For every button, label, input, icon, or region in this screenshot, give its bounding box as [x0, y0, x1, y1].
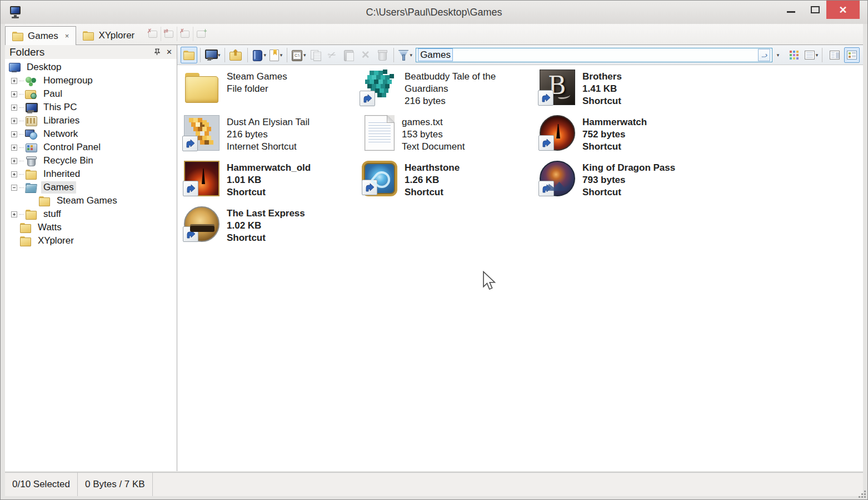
catalog-button[interactable]: ▾ [251, 47, 268, 63]
collapse-minus-icon[interactable] [11, 185, 17, 191]
expand-plus-icon[interactable] [11, 91, 17, 97]
tree-item-libraries[interactable]: Libraries [5, 114, 177, 127]
expand-plus-icon[interactable] [11, 105, 17, 111]
file-tile-dust[interactable]: Dust An Elysian Tail 216 bytes Internet … [184, 114, 362, 160]
push-pin-icon[interactable] [154, 48, 161, 56]
recycle-bin-icon [378, 49, 387, 60]
file-tile-steam-games[interactable]: Steam Games File folder [184, 68, 362, 114]
go-button[interactable]: ...› [758, 49, 770, 61]
file-tile-hammerwatch[interactable]: Hammerwatch 752 bytes Shortcut [540, 114, 717, 160]
tab-page-red-mark-icon[interactable] [144, 27, 161, 41]
file-name: Hammerwatch [582, 116, 647, 128]
expand-plus-icon[interactable] [11, 211, 17, 217]
file-name: Brothers [582, 71, 622, 83]
dust-pixel-icon [184, 115, 220, 151]
delete-x-icon: ✕ [361, 48, 370, 61]
file-tile-the-last-express[interactable]: The Last Express 1.02 KB Shortcut [184, 205, 362, 251]
copy-button[interactable] [307, 47, 324, 63]
tree-item-steam-games[interactable]: Steam Games [5, 194, 177, 207]
app-monitor-icon[interactable] [9, 6, 22, 19]
tab-close-icon[interactable]: × [65, 32, 69, 40]
tree-item-recycle-bin[interactable]: Recycle Bin [5, 154, 177, 167]
tree-item-games[interactable]: Games [5, 181, 177, 194]
folder-icon [19, 222, 32, 233]
hammerwatch-sunset-icon [540, 115, 575, 151]
expand-plus-icon[interactable] [11, 118, 17, 124]
file-tile-brothers[interactable]: Brothers 1.41 KB Shortcut [540, 68, 717, 114]
tiles-view-button[interactable] [844, 47, 860, 63]
tree-item-network[interactable]: Network [5, 127, 177, 141]
status-bar: 0/10 Selected 0 Bytes / 7 KB [5, 472, 863, 496]
icons-view-button[interactable] [786, 47, 802, 63]
clipboard-path-icon [291, 49, 302, 61]
columns-view-button[interactable] [827, 47, 842, 63]
address-dropdown-button[interactable]: ▾ [772, 48, 782, 62]
color-grid-icon [790, 51, 799, 60]
tab-page-red-arrows-icon[interactable] [161, 27, 177, 41]
tab-xyplorer[interactable]: XYplorer [76, 26, 141, 44]
file-type: Shortcut [582, 186, 675, 199]
file-size: 1.01 KB [227, 174, 311, 186]
tree-item-stuff[interactable]: stuff [5, 207, 177, 221]
recent-path-button[interactable]: ▾ [290, 47, 307, 63]
address-bar-input[interactable]: Games ...› [416, 48, 772, 62]
libraries-icon [25, 115, 37, 126]
details-view-button[interactable]: ▾ [804, 47, 819, 63]
tree-item-xyplorer[interactable]: XYplorer [5, 234, 177, 247]
close-icon[interactable]: ✕ [166, 48, 172, 56]
blue-book-icon [252, 49, 263, 61]
user-folder-icon [25, 88, 37, 100]
file-tile-beatbuddy[interactable]: Beatbuddy Tale of the Guardians 216 byte… [362, 68, 540, 114]
file-tile-hammerwatch-old[interactable]: Hammerwatch_old 1.01 KB Shortcut [184, 160, 362, 205]
view-buttons: ▾ [785, 47, 860, 63]
expand-plus-icon[interactable] [11, 145, 17, 151]
file-type: Shortcut [582, 95, 622, 107]
two-columns-icon [830, 51, 840, 60]
tab-page-red-cross-icon[interactable] [177, 27, 193, 41]
tree-item-desktop[interactable]: Desktop [5, 61, 177, 74]
tree-item-this-pc[interactable]: This PC [5, 101, 177, 114]
cut-button[interactable]: ✂ [324, 47, 341, 63]
tree-item-watts[interactable]: Watts [5, 221, 177, 234]
monitor-icon [204, 49, 217, 60]
tree-item-paul[interactable]: Paul [5, 87, 177, 101]
address-value[interactable]: Games [418, 48, 453, 61]
tree-item-inherited[interactable]: Inherited [5, 167, 177, 181]
file-tile-king-of-dragon-pass[interactable]: King of Dragon Pass 793 bytes Shortcut [540, 160, 717, 205]
tree-item-homegroup[interactable]: Homegroup [5, 74, 177, 87]
tab-games[interactable]: Games × [5, 26, 76, 45]
delete-button[interactable]: ✕ [357, 47, 374, 63]
expand-plus-icon[interactable] [11, 131, 17, 137]
close-button[interactable]: ✕ [826, 1, 860, 19]
recycle-button[interactable] [374, 47, 391, 63]
expand-plus-icon[interactable] [11, 171, 17, 177]
paste-button[interactable] [341, 47, 357, 63]
file-size: 216 bytes [405, 95, 518, 107]
filter-button[interactable]: ▾ [397, 47, 414, 63]
file-tile-games-txt[interactable]: games.txt 153 bytes Text Document [362, 114, 540, 160]
desktop-icon [8, 62, 21, 73]
expand-plus-icon[interactable] [11, 158, 17, 164]
file-type: Text Document [402, 141, 465, 153]
expand-plus-icon[interactable] [11, 78, 17, 84]
hammerwatch-old-sunset-icon [184, 161, 220, 196]
browse-folder-button[interactable] [181, 47, 197, 63]
tab-page-green-plus-icon[interactable] [193, 27, 209, 41]
favorites-button[interactable]: ▾ [267, 47, 284, 63]
resize-grip[interactable] [859, 491, 866, 498]
title-bar[interactable]: C:\Users\Paul\Desktop\Games ✕ [1, 1, 867, 24]
shortcut-arrow-icon [182, 136, 198, 151]
go-up-button[interactable] [228, 47, 245, 63]
file-tile-hearthstone[interactable]: Hearthstone 1.26 KB Shortcut [362, 160, 540, 205]
main-area: Folders ✕ Desktop Homegroup [5, 45, 863, 471]
maximize-button[interactable] [804, 1, 826, 19]
funnel-icon [398, 49, 409, 61]
folder-icon [19, 235, 32, 246]
file-type: Shortcut [405, 186, 460, 199]
drives-button[interactable]: ▾ [203, 47, 222, 63]
tree-item-control-panel[interactable]: Control Panel [5, 141, 177, 154]
file-name: Dust An Elysian Tail [227, 116, 310, 128]
file-name: The Last Express [227, 207, 305, 220]
brothers-b-icon [540, 70, 575, 105]
minimize-button[interactable] [780, 1, 802, 19]
